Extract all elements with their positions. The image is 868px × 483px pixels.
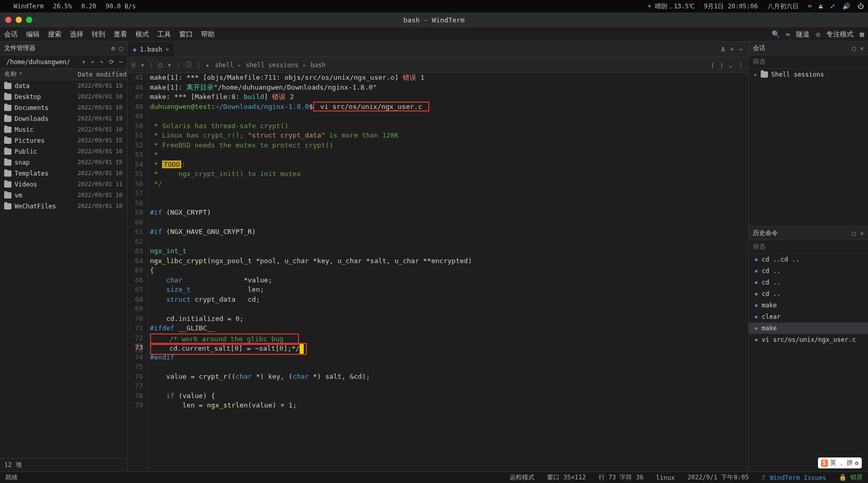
forward-icon[interactable]: ↷ xyxy=(100,58,104,66)
focus-mode-label[interactable]: 专注模式 xyxy=(826,30,853,39)
file-row[interactable]: Downloads2022/09/01 19 xyxy=(0,113,127,124)
copy-icon[interactable]: ⎘ xyxy=(132,61,135,69)
gear-icon[interactable]: ⚙ xyxy=(855,460,859,467)
file-row[interactable]: snap2022/09/01 15 xyxy=(0,157,127,168)
history-item[interactable]: make xyxy=(749,300,868,311)
file-row[interactable]: Desktop2022/09/01 10 xyxy=(0,91,127,102)
file-row[interactable]: Public2022/09/01 10 xyxy=(0,146,127,157)
col-date-header[interactable]: Date modified xyxy=(78,71,127,78)
chevron-icon[interactable]: ▾ xyxy=(167,61,171,69)
app-menubar: 会话 编辑 搜索 选择 转到 查看 模式 工具 窗口 帮助 🔍 ⇋ 隧道 ◎ 专… xyxy=(0,27,868,42)
file-name: Downloads xyxy=(15,115,75,122)
file-date: 2022/09/01 15 xyxy=(78,137,127,144)
file-row[interactable]: Documents2022/09/01 10 xyxy=(0,102,127,113)
search-icon[interactable]: 🔍 xyxy=(772,30,780,38)
tunnel-icon[interactable]: ⇋ xyxy=(786,30,790,38)
ime-sep: ， xyxy=(838,459,845,467)
info-icon[interactable]: ⓘ xyxy=(185,60,192,69)
breadcrumb-bash[interactable]: bash xyxy=(311,61,326,69)
close-icon[interactable]: × xyxy=(860,45,864,52)
menu-search[interactable]: 搜索 xyxy=(48,30,61,39)
focus-icon[interactable]: ◎ xyxy=(816,30,820,38)
history-item[interactable]: cd .. xyxy=(749,288,868,300)
fullscreen-icon[interactable]: ⤢ xyxy=(830,3,835,10)
file-row[interactable]: vm2022/09/01 10 xyxy=(0,190,127,201)
chevron-down-icon[interactable]: ⌄ xyxy=(729,61,733,69)
breadcrumb-sessions[interactable]: shell sessions xyxy=(246,61,299,69)
menu-window[interactable]: 窗口 xyxy=(179,30,193,39)
file-row[interactable]: Music2022/09/01 10 xyxy=(0,124,127,135)
more-icon[interactable]: ⋯ xyxy=(119,58,123,66)
col-name-header[interactable]: 名称 xyxy=(4,70,17,79)
sessions-filter[interactable]: 筛选 xyxy=(749,55,868,69)
eject-icon[interactable]: ⏏ xyxy=(819,3,823,10)
history-command: cd .. xyxy=(762,267,780,275)
add-tab-icon[interactable]: + xyxy=(730,46,734,53)
history-item[interactable]: cd .. xyxy=(749,265,868,277)
paste-icon[interactable]: ⎙ xyxy=(158,61,162,69)
status-mode[interactable]: 远程模式 xyxy=(510,473,535,482)
history-item[interactable]: clear xyxy=(749,311,868,323)
menu-mode[interactable]: 模式 xyxy=(135,30,149,39)
volume-icon[interactable]: 🔊 xyxy=(842,3,850,10)
caret-right-icon[interactable]: ▸ xyxy=(206,61,209,69)
net-speed: 90.0 B/s xyxy=(106,3,136,10)
datetime[interactable]: 9月1日 20:05:06 xyxy=(704,2,758,11)
menu-help[interactable]: 帮助 xyxy=(201,30,215,39)
terminal-editor[interactable]: 4546474849505152535455565758596061626364… xyxy=(128,73,748,472)
file-name: Music xyxy=(15,126,75,133)
path-text[interactable]: /home/duhuangwen/ xyxy=(4,57,80,67)
file-row[interactable]: WeChatFiles2022/09/01 10 xyxy=(0,201,127,212)
tunnel-label[interactable]: 隧道 xyxy=(796,30,810,39)
dropdown-icon[interactable]: ▾ xyxy=(82,58,85,66)
close-window-button[interactable] xyxy=(5,17,11,23)
menu-tools[interactable]: 工具 xyxy=(157,30,171,39)
weather[interactable]: ☀ 晴朗，13.5℃ xyxy=(648,2,695,11)
ime-badge[interactable]: S 英 ， 拼 ⚙ xyxy=(818,457,862,468)
history-item[interactable]: vi src/os/unix/ngx_user.c xyxy=(749,334,868,345)
window-titlebar: bash - WindTerm xyxy=(0,13,868,27)
menu-select[interactable]: 选择 xyxy=(70,30,83,39)
tab-bash[interactable]: ◆ 1.bash × xyxy=(128,42,175,57)
keyboard-icon[interactable]: ⌨ xyxy=(808,3,812,10)
layout-icon[interactable]: ▦ xyxy=(860,30,864,38)
folder-icon xyxy=(4,138,11,144)
chevron-icon[interactable]: ▾ xyxy=(141,61,144,69)
nav-prev-icon[interactable]: ⟨ xyxy=(711,61,714,69)
gear-icon[interactable]: ⚙ xyxy=(111,45,115,52)
menu-goto[interactable]: 转到 xyxy=(92,30,105,39)
maximize-window-button[interactable] xyxy=(26,17,32,23)
history-filter[interactable]: 筛选 xyxy=(749,240,868,254)
close-icon[interactable]: × xyxy=(860,230,864,237)
history-item[interactable]: cd .. xyxy=(749,277,868,288)
file-row[interactable]: Pictures2022/09/01 15 xyxy=(0,135,127,146)
status-lock[interactable]: 🔒 锁屏 xyxy=(839,473,863,482)
minimize-window-button[interactable] xyxy=(16,17,22,23)
history-command: cd ..cd .. xyxy=(762,256,799,263)
dock-icon[interactable]: ▢ xyxy=(852,230,856,237)
more-menu-icon[interactable]: ⋮ xyxy=(738,61,744,69)
refresh-icon[interactable]: ⟳ xyxy=(109,58,114,66)
history-item[interactable]: cd ..cd .. xyxy=(749,254,868,265)
menu-edit[interactable]: 编辑 xyxy=(26,30,40,39)
history-item[interactable]: make xyxy=(749,323,868,334)
bullet-icon xyxy=(755,327,758,330)
font-size-icon[interactable]: A xyxy=(721,46,725,53)
menu-view[interactable]: 查看 xyxy=(114,30,127,39)
tab-menu-icon[interactable]: ⋯ xyxy=(739,46,743,53)
nav-next-icon[interactable]: ⟩ xyxy=(720,61,724,69)
dock-icon[interactable]: ▢ xyxy=(852,45,856,52)
power-icon[interactable]: ⏻ xyxy=(858,3,864,10)
app-name[interactable]: WindTerm xyxy=(14,3,44,10)
status-issues-link[interactable]: ℱ WindTerm Issues xyxy=(761,474,826,481)
close-tab-icon[interactable]: × xyxy=(166,46,169,53)
back-icon[interactable]: ↶ xyxy=(91,58,94,66)
tree-item-shell-sessions[interactable]: ▸ Shell sessions xyxy=(749,69,868,80)
breadcrumb-shell[interactable]: shell xyxy=(215,61,233,69)
dock-icon[interactable]: ▢ xyxy=(119,45,123,52)
file-row[interactable]: Templates2022/09/01 10 xyxy=(0,168,127,179)
file-row[interactable]: Videos2022/09/01 11 xyxy=(0,179,127,190)
sort-icon[interactable]: ⌃ xyxy=(19,71,22,78)
file-row[interactable]: data2022/09/01 19 xyxy=(0,80,127,91)
menu-session[interactable]: 会话 xyxy=(4,30,18,39)
